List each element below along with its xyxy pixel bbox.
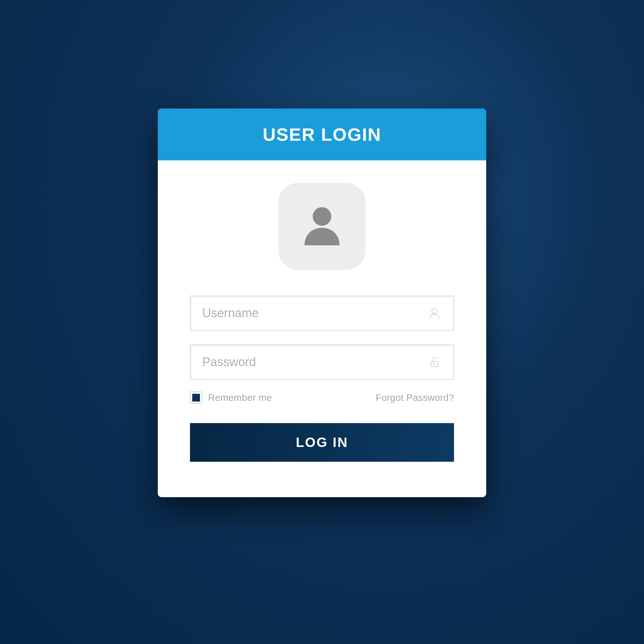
svg-point-3 (434, 363, 435, 365)
options-row: Remember me Forgot Password? (190, 392, 454, 404)
checkbox-checked-fill (192, 394, 200, 402)
username-input[interactable] (202, 306, 427, 320)
login-card: USER LOGIN (158, 109, 486, 497)
avatar (279, 183, 365, 270)
remember-me-label: Remember me (208, 392, 272, 403)
svg-point-1 (432, 308, 437, 314)
card-title: USER LOGIN (158, 109, 486, 160)
forgot-password-link[interactable]: Forgot Password? (376, 392, 454, 403)
remember-me-toggle[interactable]: Remember me (190, 392, 272, 404)
checkbox-icon (190, 392, 202, 404)
person-icon (427, 306, 442, 321)
card-body: Remember me Forgot Password? LOG IN (158, 160, 486, 497)
password-input[interactable] (202, 355, 427, 369)
login-button[interactable]: LOG IN (190, 423, 454, 462)
user-icon (296, 200, 348, 253)
username-field[interactable] (190, 296, 454, 331)
svg-point-0 (313, 207, 331, 226)
lock-icon (427, 355, 442, 370)
password-field[interactable] (190, 345, 454, 380)
